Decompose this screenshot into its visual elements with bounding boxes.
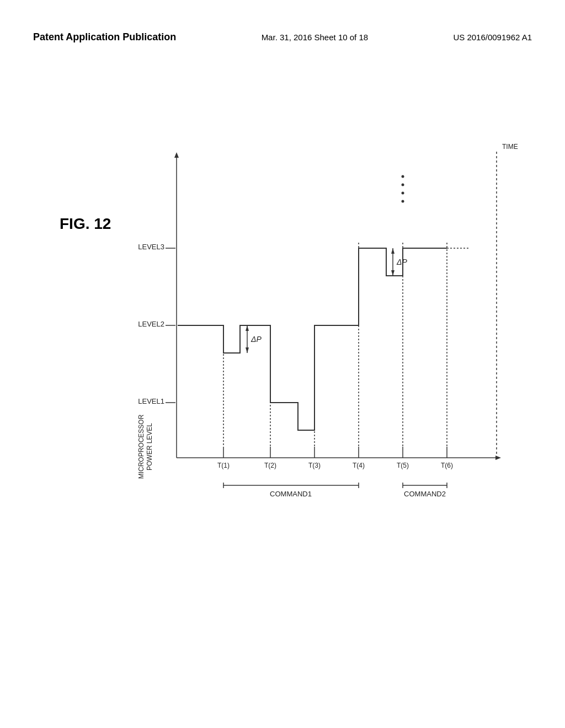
waveform	[178, 248, 447, 430]
t2-label: T(2)	[264, 462, 276, 469]
y-axis-label: MICROPROCESSOR	[137, 414, 145, 479]
y-axis-arrow	[174, 152, 179, 158]
t3-label: T(3)	[308, 462, 321, 469]
patent-number-text: US 2016/0091962 A1	[453, 33, 532, 42]
skip-dot3	[402, 192, 404, 195]
delta-p1-arrow-up	[246, 325, 249, 331]
level2-label: LEVEL2	[138, 320, 164, 328]
diagram-container: text { font-family: Arial, Helvetica, sa…	[132, 105, 530, 535]
publication-title-text: Patent Application Publication	[33, 31, 176, 42]
patent-number: US 2016/0091962 A1	[453, 30, 532, 42]
delta-p2-arrow-up	[391, 248, 395, 254]
sheet-info-text: Mar. 31, 2016 Sheet 10 of 18	[262, 33, 368, 42]
x-axis-label: TIME	[502, 143, 518, 151]
y-axis-label2: POWER LEVEL	[146, 423, 153, 470]
delta-p2-label: ΔP	[396, 258, 407, 266]
t1-label: T(1)	[217, 462, 230, 469]
skip-dot4	[402, 200, 404, 203]
level3-label: LEVEL3	[138, 243, 164, 251]
delta-p2-arrow-down	[391, 270, 395, 276]
command1-label: COMMAND1	[270, 490, 312, 498]
command2-label: COMMAND2	[404, 490, 446, 498]
page: Patent Application Publication Mar. 31, …	[0, 0, 565, 728]
delta-p1-label: ΔP	[250, 335, 262, 344]
publication-title: Patent Application Publication	[33, 30, 176, 44]
level1-label: LEVEL1	[138, 397, 164, 405]
t4-label: T(4)	[353, 462, 365, 469]
sheet-info: Mar. 31, 2016 Sheet 10 of 18	[262, 30, 368, 42]
header: Patent Application Publication Mar. 31, …	[33, 30, 532, 44]
figure-label-text: FIG. 12	[60, 215, 111, 232]
t5-label: T(5)	[397, 462, 409, 469]
timing-diagram: text { font-family: Arial, Helvetica, sa…	[132, 105, 530, 535]
skip-dot2	[402, 184, 404, 186]
figure-label: FIG. 12	[60, 215, 111, 233]
x-axis-arrow	[495, 456, 501, 460]
delta-p1-arrow-down	[246, 347, 249, 353]
t6-label: T(6)	[441, 462, 453, 469]
skip-dot1	[402, 175, 404, 178]
